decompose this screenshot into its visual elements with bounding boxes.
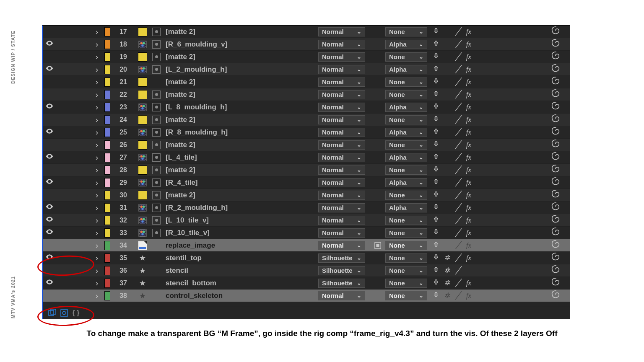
layer-row[interactable]: ›27[L_4_tile]Normal⌄Alpha⌄╱fx bbox=[42, 151, 570, 164]
track-matte-dropdown[interactable]: None⌄ bbox=[385, 115, 427, 124]
blend-mode-dropdown[interactable]: Normal⌄ bbox=[318, 78, 365, 87]
preserve-transparency-icon[interactable] bbox=[373, 191, 383, 200]
fx-icon[interactable]: fx bbox=[464, 103, 473, 111]
collapse-transform-icon[interactable] bbox=[431, 228, 441, 238]
preserve-transparency-icon[interactable] bbox=[373, 165, 383, 175]
visibility-toggle[interactable] bbox=[42, 64, 57, 75]
motion-blur-icon[interactable] bbox=[547, 190, 564, 200]
motion-blur-icon[interactable] bbox=[547, 152, 564, 163]
preserve-transparency-icon[interactable] bbox=[373, 65, 383, 74]
layer-row[interactable]: ›34replace_imageNormal⌄None⌄╱fx bbox=[42, 239, 570, 252]
label-color[interactable] bbox=[104, 191, 110, 200]
motion-blur-icon[interactable] bbox=[547, 52, 564, 62]
layer-name[interactable]: [matte 2] bbox=[163, 191, 312, 199]
track-matte-dropdown[interactable]: None⌄ bbox=[385, 241, 427, 250]
quality-icon[interactable]: ╱ bbox=[453, 52, 462, 61]
blend-mode-dropdown[interactable]: Normal⌄ bbox=[318, 291, 365, 300]
label-color[interactable] bbox=[104, 203, 110, 212]
layer-row[interactable]: ›28[matte 2]Normal⌄None⌄╱fx bbox=[42, 164, 570, 176]
collapse-transform-icon[interactable] bbox=[431, 240, 441, 250]
quality-icon[interactable]: ╱ bbox=[453, 140, 462, 149]
blend-mode-dropdown[interactable]: Normal⌄ bbox=[318, 52, 365, 62]
collapse-transform-icon[interactable] bbox=[431, 90, 441, 99]
motion-blur-icon[interactable] bbox=[547, 127, 564, 137]
layer-row[interactable]: ›33[R_10_tile_v]Normal⌄None⌄╱fx bbox=[42, 227, 570, 239]
continuous-raster-icon[interactable]: ✲ bbox=[442, 291, 452, 300]
quality-icon[interactable]: ╱ bbox=[453, 165, 462, 174]
layer-name[interactable]: [R_4_tile] bbox=[163, 178, 312, 187]
quality-icon[interactable]: ╱ bbox=[453, 279, 462, 287]
preserve-transparency-icon[interactable] bbox=[373, 266, 383, 275]
layer-row[interactable]: ›38★control_skeletonNormal⌄None⌄✲╱fx bbox=[42, 290, 570, 302]
blend-mode-dropdown[interactable]: Normal⌄ bbox=[318, 40, 365, 49]
motion-blur-icon[interactable] bbox=[547, 240, 564, 251]
collapse-transform-icon[interactable] bbox=[431, 77, 441, 87]
layer-name[interactable]: control_skeleton bbox=[163, 292, 312, 300]
collapse-transform-icon[interactable] bbox=[431, 102, 441, 112]
continuous-raster-icon[interactable]: ✲ bbox=[442, 253, 452, 262]
fx-icon[interactable]: fx bbox=[464, 216, 473, 225]
collapse-transform-icon[interactable] bbox=[431, 253, 441, 263]
layer-name[interactable]: [matte 2] bbox=[163, 53, 312, 61]
quality-icon[interactable]: ╱ bbox=[453, 27, 462, 36]
collapse-transform-icon[interactable] bbox=[431, 115, 441, 124]
track-matte-dropdown[interactable]: None⌄ bbox=[385, 253, 427, 263]
blend-mode-dropdown[interactable]: Silhouette⌄ bbox=[318, 279, 365, 288]
track-matte-dropdown[interactable]: None⌄ bbox=[385, 140, 427, 150]
collapse-transform-icon[interactable] bbox=[431, 27, 441, 36]
motion-blur-icon[interactable] bbox=[547, 89, 564, 100]
preserve-transparency-icon[interactable] bbox=[373, 103, 383, 112]
fx-icon[interactable]: fx bbox=[464, 204, 473, 212]
layer-row[interactable]: ›31[R_2_moulding_h]Normal⌄Alpha⌄╱fx bbox=[42, 202, 570, 214]
label-color[interactable] bbox=[104, 291, 110, 300]
preserve-transparency-icon[interactable] bbox=[373, 279, 383, 288]
label-color[interactable] bbox=[104, 178, 110, 187]
quality-icon[interactable]: ╱ bbox=[453, 241, 462, 250]
layer-name[interactable]: [matte 2] bbox=[163, 78, 312, 86]
fx-icon[interactable]: fx bbox=[464, 141, 473, 149]
track-matte-dropdown[interactable]: None⌄ bbox=[385, 266, 427, 275]
blend-mode-dropdown[interactable]: Normal⌄ bbox=[318, 191, 365, 200]
motion-blur-icon[interactable] bbox=[547, 165, 564, 175]
blend-mode-dropdown[interactable]: Normal⌄ bbox=[318, 140, 365, 150]
label-color[interactable] bbox=[104, 266, 110, 275]
preserve-transparency-icon[interactable] bbox=[373, 140, 383, 150]
motion-blur-icon[interactable] bbox=[547, 215, 564, 225]
quality-icon[interactable]: ╱ bbox=[453, 78, 462, 86]
collapse-transform-icon[interactable] bbox=[431, 178, 441, 187]
preserve-transparency-icon[interactable] bbox=[373, 253, 383, 263]
collapse-transform-icon[interactable] bbox=[431, 203, 441, 212]
track-matte-dropdown[interactable]: None⌄ bbox=[385, 216, 427, 225]
layer-row[interactable]: ›20[L_2_moulding_h]Normal⌄Alpha⌄╱fx bbox=[42, 63, 570, 76]
fx-icon[interactable]: fx bbox=[464, 178, 473, 187]
quality-icon[interactable]: ╱ bbox=[453, 115, 462, 124]
continuous-raster-icon[interactable]: ✲ bbox=[442, 279, 452, 287]
blend-mode-dropdown[interactable]: Normal⌄ bbox=[318, 27, 365, 36]
layer-row[interactable]: ›26[matte 2]Normal⌄None⌄╱fx bbox=[42, 139, 570, 151]
quality-icon[interactable]: ╱ bbox=[453, 153, 462, 162]
motion-blur-icon[interactable] bbox=[547, 177, 564, 188]
track-matte-dropdown[interactable]: Alpha⌄ bbox=[385, 103, 427, 112]
layer-row[interactable]: ›17[matte 2]Normal⌄None⌄╱fx bbox=[42, 26, 570, 38]
layer-name[interactable]: [L_10_tile_v] bbox=[163, 216, 312, 225]
label-color[interactable] bbox=[104, 65, 110, 74]
motion-blur-icon[interactable] bbox=[547, 114, 564, 125]
blend-mode-dropdown[interactable]: Normal⌄ bbox=[318, 103, 365, 112]
blend-mode-dropdown[interactable]: Normal⌄ bbox=[318, 153, 365, 162]
collapse-transform-icon[interactable] bbox=[431, 278, 441, 288]
label-color[interactable] bbox=[104, 27, 110, 36]
motion-blur-icon[interactable] bbox=[547, 278, 564, 288]
motion-blur-icon[interactable] bbox=[547, 39, 564, 49]
layer-name[interactable]: [matte 2] bbox=[163, 116, 312, 124]
track-matte-dropdown[interactable]: Alpha⌄ bbox=[385, 40, 427, 49]
blend-mode-dropdown[interactable]: Normal⌄ bbox=[318, 90, 365, 99]
collapse-transform-icon[interactable] bbox=[431, 165, 441, 175]
motion-blur-icon[interactable] bbox=[547, 265, 564, 276]
blend-mode-dropdown[interactable]: Normal⌄ bbox=[318, 178, 365, 187]
fx-icon[interactable]: fx bbox=[464, 53, 473, 61]
preserve-transparency-icon[interactable] bbox=[373, 228, 383, 238]
collapse-transform-icon[interactable] bbox=[431, 291, 441, 300]
track-matte-dropdown[interactable]: Alpha⌄ bbox=[385, 153, 427, 162]
quality-icon[interactable]: ╱ bbox=[453, 128, 462, 137]
blend-mode-dropdown[interactable]: Normal⌄ bbox=[318, 241, 365, 250]
